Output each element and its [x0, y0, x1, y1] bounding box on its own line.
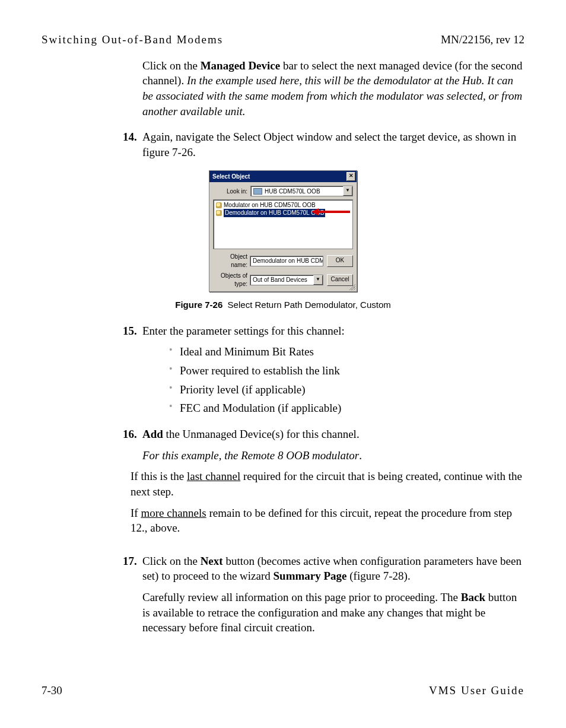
close-icon[interactable]: ✕ [346, 172, 355, 181]
figure-caption: Figure 7-26 Select Return Path Demodulat… [42, 299, 524, 311]
step-16-rest: the Unmanaged Device(s) for this channel… [163, 428, 360, 440]
footer-page-number: 7-30 [42, 683, 62, 698]
step-15: 15. Enter the parameter settings for thi… [142, 323, 524, 416]
step-17-number: 17. [123, 554, 137, 569]
figure-number: Figure 7-26 [175, 300, 222, 310]
step-15-bullets: Ideal and Minimum Bit Rates Power requir… [169, 344, 524, 416]
object-listbox[interactable]: Modulator on HUB CDM570L OOB Demodulator… [213, 199, 353, 249]
step-14: 14. Again, navigate the Select Object wi… [142, 129, 524, 160]
dialog-title: Select Object [212, 173, 250, 181]
header-right: MN/22156, rev 12 [441, 32, 524, 47]
s17-p2-before: Carefully review all information on this… [142, 591, 461, 603]
list-item: Power required to establish the link [169, 363, 524, 379]
resize-grip-icon[interactable] [348, 283, 355, 290]
intro-paragraph: Click on the Managed Device bar to selec… [142, 58, 524, 119]
callout-arrow [311, 210, 350, 214]
intro-before: Click on the [142, 59, 201, 72]
s17-p1-before: Click on the [142, 555, 201, 567]
step-14-text: Again, navigate the Select Object window… [142, 129, 524, 160]
s17-p1-bold1: Next [201, 555, 223, 567]
intro-italic: In the example used here, this will be t… [142, 74, 522, 117]
dialog-titlebar: Select Object ✕ [209, 171, 357, 182]
ok-button[interactable]: OK [327, 255, 353, 267]
objects-type-label: Objects of type: [213, 272, 250, 288]
s17-p1-bold2: Summary Page [274, 570, 347, 582]
objects-type-combo[interactable]: Out of Band Devices ▼ [250, 275, 323, 285]
list-item-label: Demodulator on HUB CDM570L OOB [224, 209, 325, 217]
list-item-label: Modulator on HUB CDM570L OOB [224, 201, 316, 209]
step-16-period: . [359, 449, 362, 462]
list-item: FEC and Modulation (if applicable) [169, 400, 524, 416]
header-left: Switching Out-of-Band Modems [42, 32, 223, 47]
p2-before: If [131, 507, 141, 519]
footer-guide-name: VMS User Guide [429, 683, 524, 698]
step-16-number: 16. [123, 427, 137, 442]
step-15-number: 15. [123, 323, 137, 339]
look-in-combo[interactable]: HUB CDM570L OOB ▼ [250, 186, 353, 196]
chevron-down-icon[interactable]: ▼ [343, 186, 352, 196]
list-item: Ideal and Minimum Bit Rates [169, 344, 524, 360]
objects-type-value: Out of Band Devices [253, 276, 307, 284]
object-name-label: Object name: [213, 253, 250, 269]
look-in-label: Look in: [213, 187, 247, 196]
s17-p1-after: (figure 7-28). [347, 570, 411, 582]
device-icon [216, 202, 222, 208]
look-in-value: HUB CDM570L OOB [265, 187, 320, 196]
step-16: 16. Add the Unmanaged Device(s) for this… [142, 427, 524, 463]
object-name-field[interactable]: Demodulator on HUB CDM570L OOB [250, 256, 323, 266]
device-icon [216, 210, 222, 216]
object-name-value: Demodulator on HUB CDM570L OOB [253, 257, 323, 265]
step-16-example: For this example, the Remote 8 OOB modul… [142, 449, 359, 462]
select-object-dialog: Select Object ✕ Look in: HUB CDM570L OOB… [209, 170, 357, 292]
s17-p2-bold: Back [461, 591, 485, 603]
list-item[interactable]: Modulator on HUB CDM570L OOB [215, 201, 351, 209]
step-15-text: Enter the parameter settings for this ch… [142, 323, 524, 339]
p2-underline: more channels [141, 507, 206, 519]
step-17: 17. Click on the Next button (becomes ac… [142, 554, 524, 635]
step-14-number: 14. [123, 129, 137, 145]
figure-title: Select Return Path Demodulator, Custom [228, 300, 391, 310]
list-item: Priority level (if applicable) [169, 382, 524, 398]
step-16-bold: Add [142, 428, 163, 440]
p1-underline: last channel [187, 470, 240, 482]
p1-before: If this is the [131, 470, 187, 482]
drive-icon [253, 188, 262, 195]
chevron-down-icon[interactable]: ▼ [313, 275, 323, 285]
intro-bold: Managed Device [201, 59, 281, 72]
post-step-16: If this is the last channel required for… [131, 469, 524, 536]
